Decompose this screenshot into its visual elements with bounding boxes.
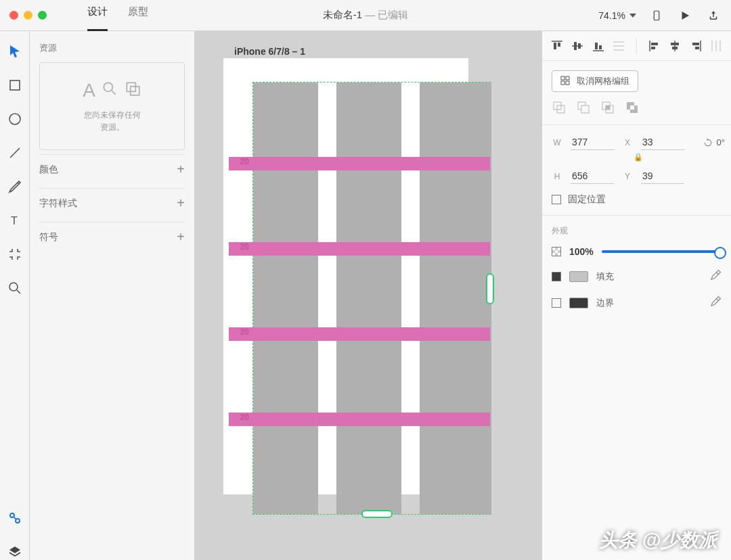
add-symbol-icon[interactable]: + [177,229,185,245]
svg-rect-12 [127,83,135,91]
left-toolbar: T [0,31,30,560]
layers-panel-icon[interactable] [7,544,23,560]
tab-prototype[interactable]: 原型 [128,5,148,25]
border-color-swatch[interactable] [569,298,588,308]
text-asset-icon: A [83,80,95,102]
opacity-slider[interactable] [602,250,722,253]
align-top-icon[interactable] [550,39,564,53]
zoom-dropdown[interactable]: 74.1% [598,10,636,21]
grid-row-gap[interactable] [229,242,490,256]
fix-position-row[interactable]: 固定位置 [552,193,722,206]
opacity-row: 100% [552,246,722,257]
eyedropper-icon[interactable] [709,296,722,310]
share-icon[interactable] [705,7,722,24]
artboard-name[interactable]: iPhone 6/7/8 – 1 [234,46,305,57]
svg-point-2 [9,114,20,124]
document-title: 未命名-1 — 已编辑 [323,9,409,22]
distribute-h-icon[interactable] [709,39,723,53]
ungroup-grid-button[interactable]: 取消网格编组 [552,70,638,92]
ellipse-tool-icon[interactable] [7,111,23,127]
fill-color-swatch[interactable] [569,271,588,282]
align-right-icon[interactable] [689,39,703,53]
grid-row-gap[interactable] [229,157,490,170]
svg-rect-45 [581,106,589,113]
align-middle-icon[interactable] [571,39,584,53]
play-preview-icon[interactable] [677,7,693,24]
svg-rect-34 [695,47,699,49]
rectangle-tool-icon[interactable] [7,77,23,93]
y-label: Y [622,172,633,181]
assets-empty-text: 您尚未保存任何 资源。 [84,109,141,133]
grid-gap-value: 20 [229,327,249,337]
assets-empty-state: A 您尚未保存任何 资源。 [39,62,185,150]
doc-state: 已编辑 [378,9,408,20]
opacity-value[interactable]: 100% [569,246,594,257]
fix-position-label: 固定位置 [568,193,606,206]
titlebar: 设计 原型 未命名-1 — 已编辑 74.1% [0,0,731,31]
select-tool-icon[interactable] [7,43,23,60]
svg-rect-16 [558,43,560,47]
appearance-title: 外观 [552,225,722,237]
section-symbol-label: 符号 [39,231,58,243]
add-color-icon[interactable]: + [177,162,185,177]
svg-point-10 [104,83,112,91]
grid-resize-handle-right[interactable] [486,273,494,304]
assets-panel-title: 资源 [39,42,185,54]
svg-rect-18 [574,42,577,50]
section-char-style[interactable]: 字符样式 + [39,188,185,218]
fix-position-checkbox[interactable] [552,195,561,204]
repeat-grid-selection[interactable]: 20 20 20 20 [252,82,491,515]
pen-tool-icon[interactable] [7,179,23,195]
distribute-v-icon[interactable] [612,39,625,53]
svg-rect-41 [566,81,569,85]
boolean-exclude-icon[interactable] [625,100,640,115]
window-traffic-lights [9,11,47,20]
boolean-intersect-icon[interactable] [600,100,615,115]
tab-design[interactable]: 设计 [87,5,108,25]
boolean-add-icon[interactable] [552,100,567,115]
grid-row-gap[interactable] [229,413,490,426]
close-window-icon[interactable] [9,11,18,20]
zoom-tool-icon[interactable] [7,280,23,296]
fill-row: 填充 [552,269,722,283]
svg-line-3 [10,148,20,158]
x-input[interactable]: 33 [641,135,684,150]
canvas[interactable]: iPhone 6/7/8 – 1 20 20 20 20 [195,31,541,560]
border-checkbox[interactable] [552,298,561,308]
eyedropper-icon[interactable] [709,269,722,283]
add-char-style-icon[interactable]: + [177,195,185,211]
transform-section: W 377 X 33 0° 🔒 H 656 Y 39 固定位置 [542,125,731,216]
svg-rect-21 [595,43,598,49]
fill-label: 填充 [596,271,614,283]
maximize-window-icon[interactable] [38,11,47,20]
artboard-tool-icon[interactable] [7,246,23,262]
y-input[interactable]: 39 [641,168,684,184]
align-center-icon[interactable] [668,39,682,53]
rotation-input[interactable]: 0° [703,137,725,147]
border-row: 边界 [552,296,722,310]
section-symbol[interactable]: 符号 + [39,222,185,252]
svg-rect-30 [671,43,679,45]
text-tool-icon[interactable]: T [7,212,23,229]
svg-rect-28 [651,47,655,49]
device-preview-icon[interactable] [648,7,665,24]
minimize-window-icon[interactable] [24,11,32,20]
w-label: W [552,138,562,147]
svg-point-5 [9,283,18,291]
align-bottom-icon[interactable] [592,39,605,53]
grid-resize-handle-bottom[interactable] [361,510,393,518]
lock-aspect-icon[interactable]: 🔒 [552,153,725,162]
align-left-icon[interactable] [648,39,661,53]
width-input[interactable]: 377 [571,135,614,150]
rotate-icon [703,138,713,147]
assets-panel-icon[interactable] [7,510,23,526]
symbol-asset-icon [124,80,141,102]
fill-checkbox[interactable] [552,272,561,281]
align-toolbar [542,31,731,61]
height-input[interactable]: 656 [571,168,614,184]
boolean-subtract-icon[interactable] [576,100,591,115]
line-tool-icon[interactable] [7,145,23,161]
section-color[interactable]: 颜色 + [39,154,185,184]
section-color-label: 颜色 [39,164,58,176]
grid-row-gap[interactable] [229,327,490,341]
